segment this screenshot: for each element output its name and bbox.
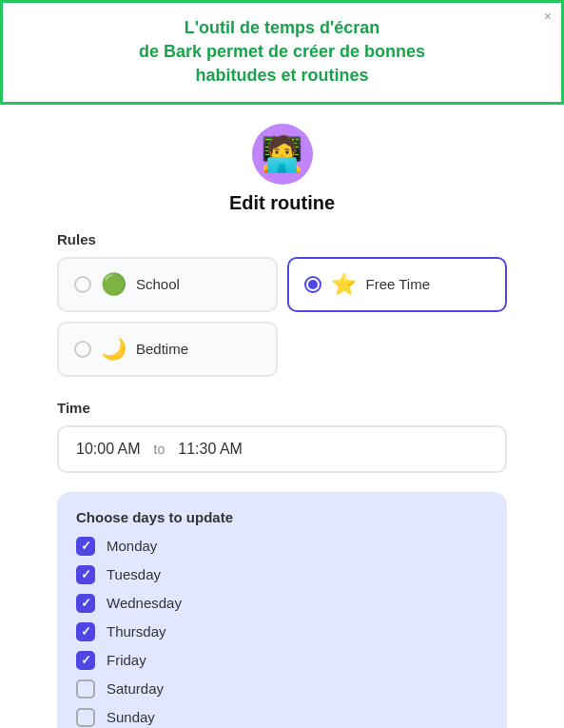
time-end: 11:30 AM xyxy=(178,441,243,458)
time-start: 10:00 AM xyxy=(76,441,141,458)
avatar-emoji: 🧑‍💻 xyxy=(261,134,303,174)
day-label: Saturday xyxy=(107,680,164,697)
days-title: Choose days to update xyxy=(76,509,488,525)
day-label: Friday xyxy=(107,652,146,668)
radio-free-time xyxy=(304,276,321,293)
rules-label: Rules xyxy=(57,231,96,247)
time-section: Time 10:00 AM to 11:30 AM xyxy=(57,400,507,473)
school-icon: 🟢 xyxy=(101,272,126,297)
day-row: Thursday xyxy=(76,622,488,641)
days-section: Choose days to update MondayTuesdayWedne… xyxy=(57,492,507,728)
checkbox-monday[interactable] xyxy=(76,537,95,556)
day-label: Tuesday xyxy=(107,566,161,582)
rule-option-bedtime[interactable]: 🌙Bedtime xyxy=(57,322,278,377)
time-label: Time xyxy=(57,400,507,416)
checkbox-saturday[interactable] xyxy=(76,679,95,698)
banner-text: L'outil de temps d'écrande Bark permet d… xyxy=(20,16,544,89)
day-label: Wednesday xyxy=(107,595,182,611)
checkbox-wednesday[interactable] xyxy=(76,594,95,613)
bedtime-icon: 🌙 xyxy=(101,337,126,362)
day-row: Sunday xyxy=(76,708,488,727)
close-icon[interactable]: × xyxy=(544,9,552,24)
free-time-icon: ⭐ xyxy=(331,272,357,297)
day-label: Thursday xyxy=(107,623,166,639)
rule-option-free-time[interactable]: ⭐Free Time xyxy=(287,257,508,312)
day-row: Monday xyxy=(76,537,488,556)
promo-banner: L'outil de temps d'écrande Bark permet d… xyxy=(0,0,564,105)
checkbox-sunday[interactable] xyxy=(76,708,95,727)
day-label: Monday xyxy=(107,538,157,554)
free-time-label: Free Time xyxy=(366,276,431,292)
radio-bedtime xyxy=(74,341,91,358)
day-row: Saturday xyxy=(76,679,488,698)
checkbox-thursday[interactable] xyxy=(76,622,95,641)
page-title: Edit routine xyxy=(229,192,335,214)
day-row: Friday xyxy=(76,651,488,670)
time-separator: to xyxy=(154,442,165,457)
time-box[interactable]: 10:00 AM to 11:30 AM xyxy=(57,425,507,473)
rule-option-school[interactable]: 🟢School xyxy=(57,257,278,312)
day-row: Wednesday xyxy=(76,594,488,613)
checkbox-tuesday[interactable] xyxy=(76,565,95,584)
day-label: Sunday xyxy=(107,709,155,725)
days-list: MondayTuesdayWednesdayThursdayFridaySatu… xyxy=(76,537,488,727)
school-label: School xyxy=(136,276,180,292)
main-card: 🧑‍💻 Edit routine Rules 🟢School⭐Free Time… xyxy=(0,105,564,728)
bedtime-label: Bedtime xyxy=(136,341,188,357)
radio-school xyxy=(74,276,91,293)
rules-grid: 🟢School⭐Free Time🌙Bedtime xyxy=(57,257,507,377)
day-row: Tuesday xyxy=(76,565,488,584)
avatar: 🧑‍💻 xyxy=(252,124,313,185)
checkbox-friday[interactable] xyxy=(76,651,95,670)
